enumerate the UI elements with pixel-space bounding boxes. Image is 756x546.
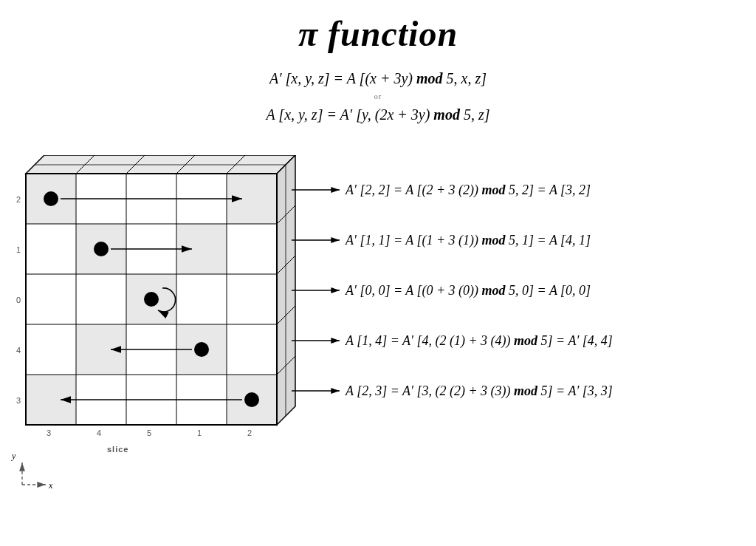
- dot-icon: [94, 242, 109, 256]
- formula-line-1: A′ [x, y, z] = A [(x + 3y) mod 5, x, z]: [0, 67, 756, 89]
- cube-top-face: [26, 155, 295, 174]
- connector-svg: [292, 155, 351, 451]
- axes-icon: [9, 457, 61, 494]
- grid-front: [26, 174, 277, 425]
- diagram-area: 2 1 0 4 3 3 4 5 1 2 slice: [0, 155, 756, 525]
- equation-row: A [1, 4] = A′ [4, (2 (1) + 3 (4)) mod 5]…: [346, 333, 613, 349]
- equation-row: A [2, 3] = A′ [3, (2 (2) + 3 (3)) mod 5]…: [346, 383, 613, 399]
- axis-x-label: x: [49, 480, 52, 491]
- formula-block: A′ [x, y, z] = A [(x + 3y) mod 5, x, z] …: [0, 67, 756, 126]
- equation-row: A′ [1, 1] = A [(1 + 3 (1)) mod 5, 1] = A…: [346, 233, 591, 248]
- formula-or: or: [0, 91, 756, 102]
- grid-svg: [15, 155, 325, 465]
- dot-icon: [44, 191, 58, 206]
- dot-icon: [244, 392, 259, 407]
- equation-row: A′ [0, 0] = A [(0 + 3 (0)) mod 5, 0] = A…: [346, 283, 591, 298]
- diagram-title: π function: [0, 13, 756, 54]
- axis-y-label: y: [12, 451, 16, 462]
- equation-row: A′ [2, 2] = A [(2 + 3 (2)) mod 5, 2] = A…: [346, 182, 591, 198]
- dot-icon: [144, 292, 159, 307]
- dot-icon: [194, 342, 209, 357]
- formula-line-2: A [x, y, z] = A′ [y, (2x + 3y) mod 5, z]: [0, 103, 756, 126]
